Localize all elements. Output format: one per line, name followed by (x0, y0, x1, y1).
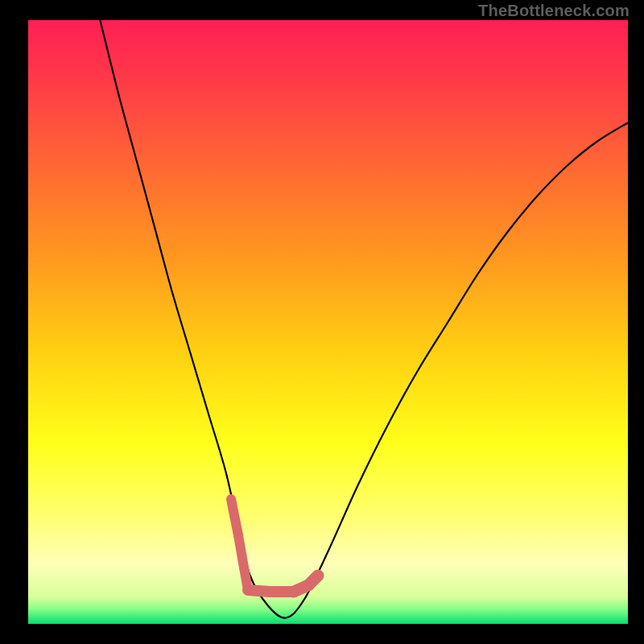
bottleneck-highlight-segment (308, 576, 318, 585)
bottleneck-highlight-segment (231, 499, 238, 535)
bottleneck-curve (100, 20, 628, 618)
curve-layer (28, 20, 628, 624)
chart-frame: TheBottleneck.com (0, 0, 644, 644)
watermark-text: TheBottleneck.com (478, 2, 630, 20)
bottleneck-highlight-segment (238, 535, 244, 568)
